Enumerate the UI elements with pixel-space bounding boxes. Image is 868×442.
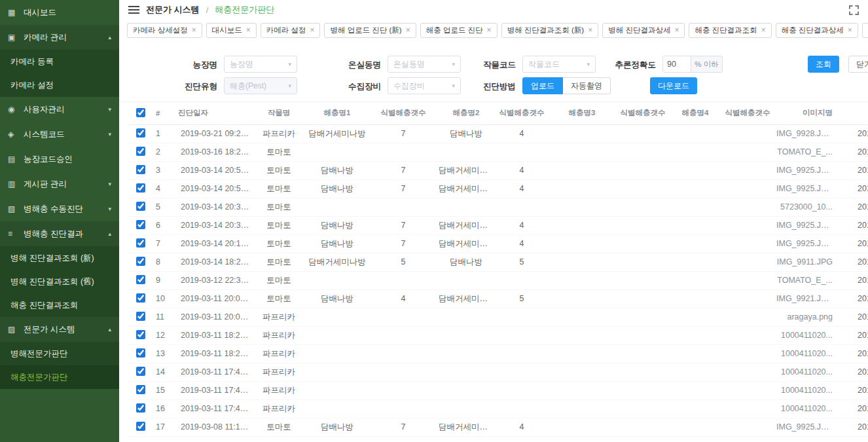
tab-close-icon[interactable]: × bbox=[192, 26, 196, 35]
sidebar-subitem[interactable]: 카메라 등록 bbox=[0, 50, 119, 73]
tab-close-icon[interactable]: × bbox=[406, 26, 410, 35]
sidebar-item[interactable]: ≡병해충 진단결과▴ bbox=[0, 221, 119, 246]
row-checkbox[interactable] bbox=[136, 257, 145, 266]
tab-close-icon[interactable]: × bbox=[848, 26, 852, 35]
row-checkbox[interactable] bbox=[136, 202, 145, 211]
row-checkbox[interactable] bbox=[136, 147, 145, 156]
cell bbox=[304, 271, 371, 289]
sidebar-item[interactable]: ▤농장코드승인 bbox=[0, 147, 119, 172]
table-row: 62019-03-14 20:31:03토마토담배나방7담배거세미나방4IMG_… bbox=[128, 216, 868, 234]
greenhouse-select[interactable]: 온실동명▾ bbox=[388, 56, 461, 73]
download-button[interactable]: 다운로드 bbox=[650, 77, 697, 94]
cell: 담배거세미나방 bbox=[304, 124, 371, 143]
sidebar-subitem[interactable]: 병해 진단결과조회 (新) bbox=[0, 246, 119, 270]
tab[interactable]: 병해 업로드 진단 (新)× bbox=[324, 23, 416, 38]
row-checkbox[interactable] bbox=[136, 312, 145, 321]
row-checkbox[interactable] bbox=[136, 367, 145, 376]
hamburger-menu-icon[interactable] bbox=[128, 6, 139, 14]
cell: 16 bbox=[153, 399, 175, 418]
cell: 2019-03-11 20:04:40 bbox=[175, 289, 254, 308]
row-checkbox[interactable] bbox=[136, 183, 145, 193]
row-checkbox[interactable] bbox=[136, 422, 145, 431]
tab[interactable]: 해충 업로드 진단× bbox=[420, 23, 497, 38]
row-checkbox[interactable] bbox=[136, 128, 145, 138]
sidebar-item[interactable]: ◈시스템코드▾ bbox=[0, 122, 119, 147]
tab[interactable]: 병해 진단결과상세× bbox=[602, 23, 685, 38]
cell bbox=[496, 399, 547, 418]
sidebar-item[interactable]: ▨전문가 시스템▴ bbox=[0, 317, 119, 342]
accuracy-label: 추론정확도 bbox=[604, 60, 656, 71]
method-upload-button[interactable]: 업로드 bbox=[522, 77, 563, 94]
accuracy-input[interactable] bbox=[662, 56, 691, 73]
row-checkbox[interactable] bbox=[136, 330, 145, 339]
cell bbox=[547, 179, 617, 198]
cell: 5723000_10... bbox=[774, 198, 846, 216]
row-checkbox[interactable] bbox=[136, 238, 145, 248]
tab-close-icon[interactable]: × bbox=[246, 26, 251, 35]
search-button[interactable]: 조회 bbox=[808, 56, 839, 73]
tab[interactable]: 병해전문가판단× bbox=[862, 23, 868, 38]
cell bbox=[547, 308, 617, 326]
close-button[interactable]: 닫기 bbox=[848, 56, 868, 73]
tab[interactable]: 병해 진단결과조회 (新)× bbox=[501, 23, 599, 38]
row-checkbox[interactable] bbox=[136, 220, 145, 229]
cell bbox=[547, 289, 617, 308]
tab[interactable]: 카메라 설정× bbox=[261, 23, 321, 38]
sidebar-subitem[interactable]: 해충전문가판단 bbox=[0, 365, 119, 389]
sidebar-subitem[interactable]: 병해전문가판단 bbox=[0, 342, 119, 365]
cell: 1 bbox=[153, 124, 175, 143]
row-checkbox-cell bbox=[128, 161, 153, 179]
cell: 6 bbox=[153, 216, 175, 234]
cell bbox=[436, 381, 496, 399]
cell bbox=[617, 234, 669, 253]
row-checkbox[interactable] bbox=[136, 385, 145, 394]
cell bbox=[721, 234, 774, 253]
tab-close-icon[interactable]: × bbox=[487, 26, 492, 35]
diagnosis-type-select[interactable]: 해충(Pest)▾ bbox=[224, 77, 297, 94]
row-checkbox[interactable] bbox=[136, 348, 145, 358]
sidebar-item[interactable]: ▦대시보드 bbox=[0, 0, 119, 25]
farm-name-select[interactable]: 농장명▾ bbox=[224, 56, 297, 73]
tab-close-icon[interactable]: × bbox=[310, 26, 314, 35]
cell: 토마토 bbox=[254, 179, 304, 198]
row-checkbox[interactable] bbox=[136, 403, 145, 413]
row-checkbox[interactable] bbox=[136, 293, 145, 303]
row-checkbox[interactable] bbox=[136, 165, 145, 174]
method-auto-button[interactable]: 자동촬영 bbox=[563, 77, 611, 94]
row-checkbox[interactable] bbox=[136, 275, 145, 284]
sidebar-item[interactable]: ▥게시판 관리▾ bbox=[0, 172, 119, 196]
select-all-checkbox[interactable] bbox=[136, 108, 145, 117]
sidebar-subitem[interactable]: 카메라 설정 bbox=[0, 73, 119, 97]
crop-code-select[interactable]: 작물코드▾ bbox=[522, 56, 596, 73]
cell: 4 bbox=[496, 124, 547, 143]
fullscreen-icon[interactable] bbox=[849, 5, 859, 15]
cell bbox=[547, 363, 617, 381]
cell: 2019-03-11 18:22:20 bbox=[175, 326, 254, 344]
cell bbox=[617, 326, 669, 344]
sidebar-subitem[interactable]: 해충 진단결과조회 bbox=[0, 293, 119, 317]
cell bbox=[547, 381, 617, 399]
cell bbox=[371, 271, 436, 289]
cell: 1000411020... bbox=[774, 381, 846, 399]
tab[interactable]: 카메라 상세설정× bbox=[127, 23, 202, 38]
cell bbox=[547, 326, 617, 344]
cell bbox=[547, 161, 617, 179]
tab-close-icon[interactable]: × bbox=[674, 26, 679, 35]
sidebar-item[interactable]: ◉사용자관리▾ bbox=[0, 97, 119, 122]
cell: TOMATO_E_... bbox=[774, 271, 846, 289]
tab[interactable]: 해충 진단결과조회× bbox=[689, 23, 771, 38]
tab[interactable]: 대시보드× bbox=[206, 23, 257, 38]
tab[interactable]: 해충 진단결과상세× bbox=[776, 23, 858, 38]
cell bbox=[617, 124, 669, 143]
tab-close-icon[interactable]: × bbox=[761, 26, 766, 35]
cell bbox=[547, 344, 617, 363]
device-select[interactable]: 수집장비▾ bbox=[388, 77, 461, 94]
sidebar-item[interactable]: ▣카메라 관리▴ bbox=[0, 25, 119, 50]
cell: 5 bbox=[153, 198, 175, 216]
sidebar-subitem[interactable]: 병해 진단결과조회 (舊) bbox=[0, 270, 119, 293]
tab-close-icon[interactable]: × bbox=[588, 26, 592, 35]
column-header: 식별해충갯수 bbox=[617, 102, 669, 124]
sidebar-item[interactable]: ▧병해충 수동진단▾ bbox=[0, 196, 119, 221]
sidebar-block: ◉사용자관리▾ bbox=[0, 97, 119, 122]
cell: 12 bbox=[153, 326, 175, 344]
